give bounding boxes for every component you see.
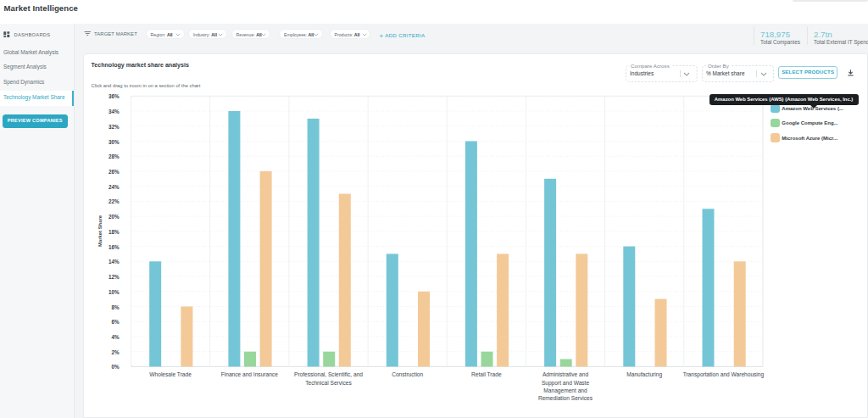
svg-text:2%: 2%	[111, 349, 120, 355]
svg-text:Retail Trade: Retail Trade	[471, 371, 502, 377]
svg-text:28%: 28%	[108, 153, 120, 159]
svg-text:Technical Services: Technical Services	[305, 380, 352, 386]
svg-text:34%: 34%	[108, 109, 120, 114]
svg-text:4%: 4%	[111, 334, 120, 340]
svg-text:Transportation and Warehousing: Transportation and Warehousing	[683, 371, 765, 378]
svg-text:Management and: Management and	[543, 387, 587, 394]
svg-text:36%: 36%	[108, 93, 120, 99]
svg-text:26%: 26%	[108, 169, 120, 175]
svg-text:Professional, Scientific, and: Professional, Scientific, and	[294, 371, 363, 377]
svg-text:Administrative and: Administrative and	[542, 371, 589, 377]
svg-text:Support and Waste: Support and Waste	[542, 380, 590, 387]
svg-text:10%: 10%	[108, 289, 120, 295]
svg-text:14%: 14%	[108, 259, 120, 265]
svg-text:22%: 22%	[108, 198, 120, 204]
svg-text:Remediation Services: Remediation Services	[538, 395, 593, 401]
svg-text:Manufacturing: Manufacturing	[626, 371, 662, 378]
svg-text:Construction: Construction	[392, 371, 423, 377]
svg-text:8%: 8%	[111, 304, 120, 310]
svg-text:16%: 16%	[108, 244, 120, 250]
svg-text:30%: 30%	[108, 139, 120, 145]
svg-text:18%: 18%	[108, 229, 120, 235]
svg-text:Wholesale Trade: Wholesale Trade	[149, 371, 192, 377]
svg-text:20%: 20%	[108, 214, 120, 220]
svg-text:12%: 12%	[108, 274, 120, 280]
svg-text:Market Share: Market Share	[97, 215, 103, 247]
svg-text:32%: 32%	[108, 124, 120, 130]
svg-text:0%: 0%	[111, 364, 120, 370]
svg-text:Finance and Insurance: Finance and Insurance	[221, 371, 278, 377]
svg-text:6%: 6%	[111, 319, 120, 325]
svg-text:24%: 24%	[108, 184, 120, 190]
